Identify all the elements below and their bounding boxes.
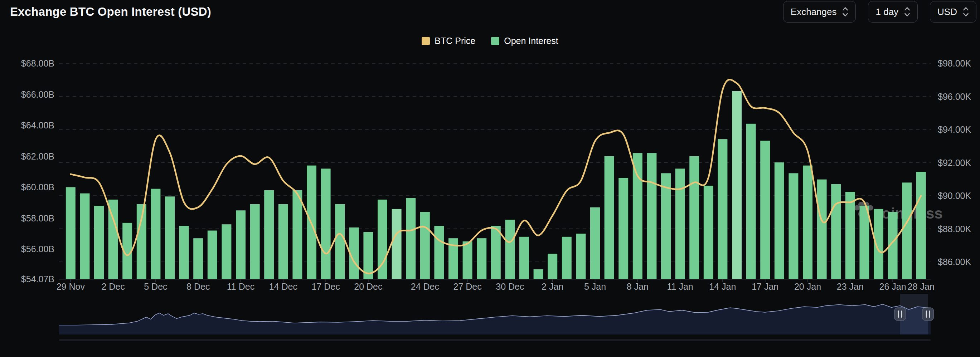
handle-pill[interactable]	[923, 308, 934, 321]
oi-bar[interactable]	[236, 210, 245, 279]
oi-bar[interactable]	[831, 184, 841, 279]
header: Exchange BTC Open Interest (USD) Exchang…	[0, 0, 980, 25]
oi-bar[interactable]	[845, 192, 855, 279]
oi-bar[interactable]	[576, 233, 585, 279]
x-axis-tick-label: 5 Dec	[144, 281, 167, 292]
oi-bar[interactable]	[732, 91, 741, 279]
oi-bar[interactable]	[151, 189, 160, 279]
navigator-left-handle[interactable]	[894, 308, 906, 321]
oi-bar[interactable]	[775, 162, 784, 279]
oi-bar[interactable]	[434, 226, 444, 279]
right-axis-tick-label: $94.00K	[938, 124, 971, 135]
app-root: $68.00B$66.00B$64.00B$62.00B$60.00B$58.0…	[0, 0, 980, 357]
oi-bar[interactable]	[619, 178, 628, 279]
oi-bar[interactable]	[264, 190, 274, 279]
oi-bar[interactable]	[675, 168, 685, 279]
oi-bar[interactable]	[505, 220, 515, 279]
left-axis-tick-label: $62.00B	[21, 151, 54, 161]
oi-bar[interactable]	[718, 139, 727, 279]
oi-bar[interactable]	[165, 197, 175, 279]
right-axis-tick-label: $96.00K	[938, 92, 971, 102]
oi-bar[interactable]	[519, 237, 529, 279]
x-axis-tick-label: 11 Jan	[667, 281, 693, 292]
oi-bar[interactable]	[221, 224, 231, 279]
x-axis-tick-label: 17 Dec	[312, 281, 340, 292]
x-axis-tick-label: 8 Jan	[627, 281, 649, 292]
x-axis-tick-label: 26 Jan	[880, 281, 906, 292]
navigator-right-handle[interactable]	[923, 308, 934, 321]
updown-chevron-icon	[904, 6, 910, 17]
legend-item-open-interest[interactable]: Open Interest	[491, 36, 558, 46]
oi-bar[interactable]	[420, 212, 430, 279]
zoom-scrollbar-track[interactable]	[59, 339, 931, 341]
oi-bar[interactable]	[916, 172, 926, 279]
right-axis-tick-label: $86.00K	[938, 257, 971, 267]
oi-bar[interactable]	[562, 237, 572, 279]
oi-bar[interactable]	[66, 187, 76, 279]
x-axis-tick-label: 20 Dec	[354, 281, 382, 292]
x-axis-tick-label: 23 Jan	[837, 281, 864, 292]
interval-select[interactable]: 1 day	[868, 1, 918, 22]
left-axis-tick-label: $64.00B	[21, 120, 54, 130]
left-axis-tick-label: $54.07B	[21, 274, 54, 284]
oi-bar[interactable]	[547, 254, 557, 279]
oi-bar[interactable]	[704, 186, 713, 279]
legend-item-label: BTC Price	[434, 36, 475, 46]
exchanges-select[interactable]: Exchanges	[783, 1, 856, 22]
oi-bar[interactable]	[278, 204, 288, 279]
legend-item-btc-price[interactable]: BTC Price	[422, 36, 475, 46]
oi-bar[interactable]	[463, 241, 473, 279]
open-interest-swatch	[491, 37, 499, 45]
oi-bar[interactable]	[208, 231, 217, 279]
chart-legend: BTC Price Open Interest	[0, 36, 980, 46]
x-axis-tick-label: 29 Nov	[57, 281, 85, 292]
oi-bar[interactable]	[406, 198, 415, 279]
oi-bar[interactable]	[335, 204, 345, 279]
oi-bar[interactable]	[760, 141, 770, 279]
oi-bar[interactable]	[605, 156, 614, 279]
exchanges-select-label: Exchanges	[791, 6, 837, 17]
right-axis-tick-label: $90.00K	[938, 190, 971, 201]
handle-grip-icon	[898, 311, 899, 318]
oi-bar[interactable]	[803, 166, 813, 279]
oi-bar[interactable]	[590, 208, 600, 279]
left-axis-tick-label: $66.00B	[21, 89, 54, 100]
x-axis-tick-label: 28 Jan	[908, 281, 935, 292]
oi-bar[interactable]	[392, 209, 402, 279]
oi-bar[interactable]	[534, 269, 543, 279]
oi-bar[interactable]	[789, 173, 798, 279]
right-axis-tick-label: $92.00K	[938, 158, 971, 168]
oi-bar[interactable]	[80, 194, 89, 279]
left-axis-tick-label: $60.00B	[21, 182, 54, 192]
handle-pill[interactable]	[894, 308, 906, 321]
oi-bar[interactable]	[633, 153, 643, 279]
oi-bar[interactable]	[661, 173, 671, 279]
oi-bar[interactable]	[477, 238, 487, 279]
oi-bar[interactable]	[817, 179, 827, 279]
x-axis-tick-label: 11 Dec	[227, 281, 255, 292]
x-axis-tick-label: 2 Jan	[541, 281, 563, 292]
oi-bar[interactable]	[859, 206, 869, 279]
currency-select[interactable]: USD	[930, 1, 977, 22]
page-title: Exchange BTC Open Interest (USD)	[10, 5, 211, 19]
oi-bar[interactable]	[293, 190, 302, 279]
oi-bar[interactable]	[902, 182, 912, 279]
updown-chevron-icon	[842, 6, 848, 17]
x-axis-tick-label: 27 Dec	[453, 281, 481, 292]
x-axis-tick-label: 5 Jan	[584, 281, 606, 292]
oi-bar[interactable]	[746, 124, 756, 279]
oi-bar[interactable]	[250, 204, 260, 279]
handle-grip-icon	[929, 311, 930, 318]
x-axis-tick-label: 8 Dec	[186, 281, 210, 292]
open-interest-chart: $68.00B$66.00B$64.00B$62.00B$60.00B$58.0…	[0, 0, 980, 357]
oi-bar[interactable]	[647, 153, 656, 279]
oi-bar[interactable]	[689, 156, 699, 279]
oi-bar[interactable]	[94, 206, 104, 279]
oi-bar[interactable]	[179, 226, 189, 279]
x-axis-tick-label: 20 Jan	[794, 281, 821, 292]
oi-bar[interactable]	[193, 238, 203, 279]
oi-bar[interactable]	[321, 168, 331, 279]
handle-grip-icon	[901, 311, 902, 318]
x-axis-tick-label: 17 Jan	[752, 281, 778, 292]
oi-bar[interactable]	[491, 226, 501, 279]
